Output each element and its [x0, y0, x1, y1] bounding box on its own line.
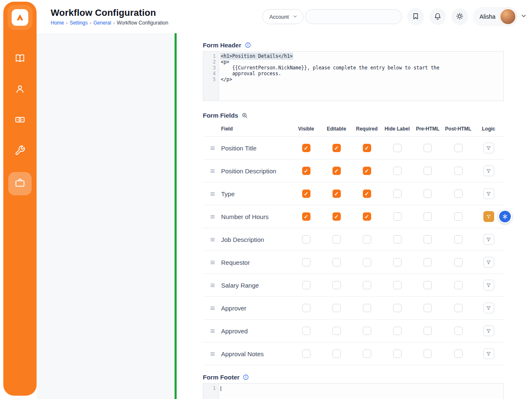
- info-icon[interactable]: [245, 42, 251, 48]
- sidebar-item-tools[interactable]: [10, 141, 30, 161]
- visible-checkbox[interactable]: [302, 212, 310, 221]
- breadcrumb-home[interactable]: Home: [51, 20, 64, 26]
- visible-checkbox[interactable]: [302, 235, 310, 244]
- pre-html-checkbox[interactable]: [424, 144, 432, 152]
- required-checkbox[interactable]: [363, 350, 371, 358]
- logic-button[interactable]: [483, 280, 494, 291]
- sidebar-item-recruiting[interactable]: [8, 172, 32, 195]
- logic-button[interactable]: [483, 325, 494, 336]
- editable-checkbox[interactable]: [332, 190, 341, 198]
- required-checkbox[interactable]: [363, 235, 371, 244]
- logic-button[interactable]: [483, 257, 494, 268]
- hide-label-checkbox[interactable]: [393, 258, 401, 266]
- drag-handle-icon[interactable]: [209, 214, 216, 220]
- search-input[interactable]: [305, 9, 402, 24]
- post-html-checkbox[interactable]: [454, 167, 463, 175]
- account-dropdown[interactable]: Account: [262, 9, 303, 24]
- logic-button[interactable]: [483, 234, 494, 245]
- visible-checkbox[interactable]: [302, 304, 310, 312]
- code-line[interactable]: {{CurrentPerson.NickName}}, please compl…: [221, 65, 501, 71]
- editable-checkbox[interactable]: [332, 327, 341, 335]
- pre-html-checkbox[interactable]: [424, 281, 432, 289]
- logic-button[interactable]: [483, 165, 494, 176]
- editor-codearea[interactable]: <h1>Position Details</h1><p> {{CurrentPe…: [219, 52, 503, 101]
- visible-checkbox[interactable]: [302, 327, 310, 335]
- required-checkbox[interactable]: [363, 304, 371, 312]
- editable-checkbox[interactable]: [332, 235, 341, 244]
- editable-checkbox[interactable]: [332, 144, 341, 152]
- pre-html-checkbox[interactable]: [424, 212, 432, 221]
- hide-label-checkbox[interactable]: [393, 281, 401, 289]
- drag-handle-icon[interactable]: [209, 259, 216, 266]
- editable-checkbox[interactable]: [332, 167, 341, 175]
- post-html-checkbox[interactable]: [454, 281, 463, 289]
- app-logo[interactable]: [7, 5, 32, 30]
- sidebar-item-library[interactable]: [10, 49, 30, 69]
- bookmark-button[interactable]: [407, 8, 424, 25]
- form-header-editor[interactable]: 12345 <h1>Position Details</h1><p> {{Cur…: [203, 51, 504, 101]
- breadcrumb-general[interactable]: General: [94, 20, 111, 26]
- drag-handle-icon[interactable]: [209, 282, 216, 288]
- post-html-checkbox[interactable]: [454, 327, 463, 335]
- code-line[interactable]: <p>: [221, 59, 501, 65]
- theme-toggle-button[interactable]: [451, 8, 468, 25]
- editable-checkbox[interactable]: [332, 304, 341, 312]
- post-html-checkbox[interactable]: [454, 350, 463, 358]
- post-html-checkbox[interactable]: [454, 258, 463, 266]
- required-checkbox[interactable]: [363, 167, 371, 175]
- code-line[interactable]: approval process.: [221, 71, 501, 76]
- visible-checkbox[interactable]: [302, 350, 310, 358]
- user-menu[interactable]: Alisha: [473, 7, 518, 26]
- hide-label-checkbox[interactable]: [393, 167, 401, 175]
- visible-checkbox[interactable]: [302, 258, 310, 266]
- pre-html-checkbox[interactable]: [424, 167, 432, 175]
- visible-checkbox[interactable]: [302, 281, 310, 289]
- sidebar-item-payroll[interactable]: [10, 111, 30, 131]
- code-line[interactable]: <h1>Position Details</h1>: [221, 53, 501, 59]
- pre-html-checkbox[interactable]: [424, 304, 432, 312]
- drag-handle-icon[interactable]: [209, 168, 216, 174]
- code-line[interactable]: </p>: [221, 76, 501, 82]
- logic-button[interactable]: [483, 348, 494, 359]
- post-html-checkbox[interactable]: [454, 304, 463, 312]
- drag-handle-icon[interactable]: [209, 351, 216, 357]
- required-checkbox[interactable]: [363, 212, 371, 221]
- hide-label-checkbox[interactable]: [393, 304, 401, 312]
- pre-html-checkbox[interactable]: [424, 190, 432, 198]
- post-html-checkbox[interactable]: [454, 235, 463, 244]
- visible-checkbox[interactable]: [302, 167, 310, 175]
- drag-handle-icon[interactable]: [209, 191, 216, 197]
- hide-label-checkbox[interactable]: [393, 350, 401, 358]
- code-line[interactable]: [221, 385, 501, 391]
- hide-label-checkbox[interactable]: [393, 235, 401, 244]
- logic-button[interactable]: [483, 211, 494, 222]
- logic-button[interactable]: [483, 303, 494, 313]
- hide-label-checkbox[interactable]: [393, 190, 401, 198]
- hide-label-checkbox[interactable]: [393, 212, 401, 221]
- sidebar-item-people[interactable]: [10, 80, 30, 100]
- hide-label-checkbox[interactable]: [393, 327, 401, 335]
- form-footer-editor[interactable]: 1: [203, 383, 504, 399]
- notifications-button[interactable]: [429, 8, 446, 25]
- visible-checkbox[interactable]: [302, 144, 310, 152]
- pre-html-checkbox[interactable]: [424, 235, 432, 244]
- required-checkbox[interactable]: [363, 281, 371, 289]
- pre-html-checkbox[interactable]: [424, 350, 432, 358]
- drag-handle-icon[interactable]: [209, 145, 216, 151]
- editable-checkbox[interactable]: [332, 258, 341, 266]
- visible-checkbox[interactable]: [302, 190, 310, 198]
- breadcrumb-settings[interactable]: Settings: [70, 20, 88, 26]
- hide-label-checkbox[interactable]: [393, 144, 401, 152]
- required-checkbox[interactable]: [363, 190, 371, 198]
- zoom-in-icon[interactable]: [241, 112, 248, 119]
- required-checkbox[interactable]: [363, 258, 371, 266]
- logic-button[interactable]: [483, 188, 494, 199]
- drag-handle-icon[interactable]: [209, 328, 216, 334]
- info-icon[interactable]: [243, 374, 249, 380]
- editable-checkbox[interactable]: [332, 212, 341, 221]
- post-html-checkbox[interactable]: [454, 212, 463, 221]
- pre-html-checkbox[interactable]: [424, 327, 432, 335]
- drag-handle-icon[interactable]: [209, 236, 216, 243]
- post-html-checkbox[interactable]: [454, 190, 463, 198]
- editor-codearea[interactable]: [219, 384, 503, 399]
